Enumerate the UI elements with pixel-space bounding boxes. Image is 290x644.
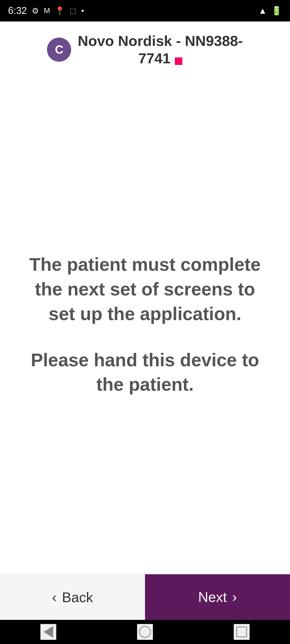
next-button[interactable]: Next › [145, 574, 290, 620]
app-logo: C [47, 38, 71, 62]
bottom-navigation: ‹ Back Next › [0, 574, 290, 620]
system-back-button[interactable] [40, 624, 56, 640]
status-time: 6:32 [8, 5, 27, 16]
back-triangle-icon [44, 626, 53, 638]
next-chevron-icon: › [232, 589, 237, 605]
header-title-line1: Novo Nordisk - NN9388- [78, 32, 243, 50]
motorola-icon: M [44, 6, 50, 15]
settings-icon: ⚙ [32, 6, 39, 16]
main-content: The patient must complete the next set o… [0, 75, 290, 574]
location-icon: 📍 [55, 6, 65, 16]
header-title-line2: 7741 [138, 50, 171, 67]
battery-icon: 🔋 [271, 6, 282, 16]
back-button[interactable]: ‹ Back [0, 574, 145, 620]
next-label: Next [198, 589, 227, 605]
header: C Novo Nordisk - NN9388- 7741 [0, 21, 290, 75]
status-indicator [175, 57, 182, 65]
system-home-button[interactable] [137, 624, 153, 640]
dot-icon: • [81, 6, 84, 15]
home-circle-icon [139, 626, 151, 638]
status-bar-left: 6:32 ⚙ M 📍 ⬚ • [8, 5, 84, 16]
recents-square-icon [236, 627, 247, 637]
system-nav-bar [0, 620, 290, 644]
back-chevron-icon: ‹ [52, 589, 57, 605]
back-label: Back [62, 589, 93, 605]
instruction-secondary-text: Please hand this device to the patient. [21, 348, 269, 397]
logo-letter: C [55, 43, 64, 56]
status-bar-right: ▲ 🔋 [258, 6, 282, 16]
instruction-primary-text: The patient must complete the next set o… [21, 252, 269, 326]
screenshot-icon: ⬚ [70, 7, 76, 15]
wifi-icon: ▲ [258, 6, 267, 16]
status-bar: 6:32 ⚙ M 📍 ⬚ • ▲ 🔋 [0, 0, 290, 21]
system-recents-button[interactable] [234, 624, 250, 640]
